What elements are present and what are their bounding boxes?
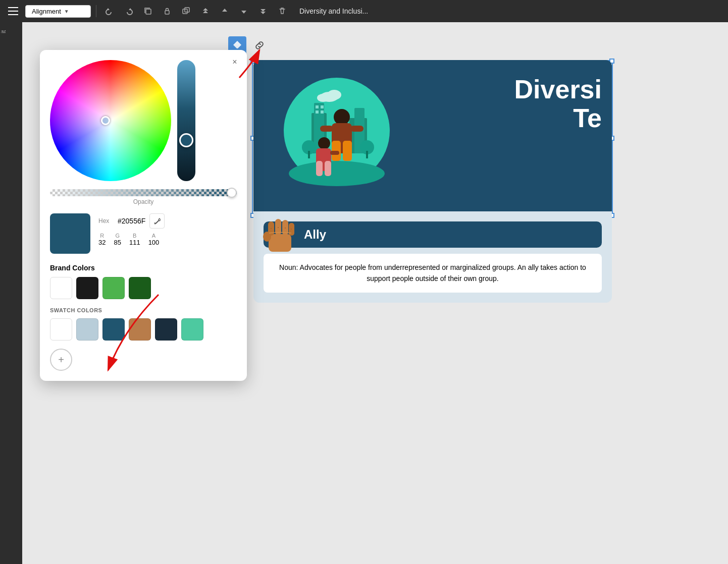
hex-value: #20556F: [118, 217, 145, 225]
slide-top-section: Diversi Te: [253, 60, 612, 211]
r-label: R: [100, 233, 104, 239]
copy-button[interactable]: [140, 3, 156, 19]
brand-colors-title: Brand Colors: [50, 264, 237, 272]
svg-point-19: [334, 109, 350, 125]
brightness-slider[interactable]: [177, 60, 195, 181]
color-wheel[interactable]: [50, 60, 171, 181]
a-col: A 100: [148, 233, 160, 246]
opacity-handle: [227, 188, 237, 198]
lock-button[interactable]: [159, 3, 175, 19]
undo-button[interactable]: [101, 3, 118, 19]
hex-label: Hex: [98, 217, 114, 224]
slide-illustration: [284, 73, 390, 191]
g-col: G 85: [114, 233, 121, 246]
svg-point-31: [327, 90, 341, 100]
a-label: A: [152, 233, 155, 239]
swatch-white[interactable]: [50, 318, 72, 341]
b-value: 111: [129, 239, 140, 246]
brand-swatch-black[interactable]: [76, 277, 98, 299]
color-wheel-container: [50, 60, 237, 181]
swatch-dark-navy[interactable]: [155, 318, 177, 341]
close-button[interactable]: ×: [229, 56, 241, 68]
svg-rect-22: [343, 141, 352, 161]
svg-point-32: [317, 94, 329, 102]
swatch-brown[interactable]: [129, 318, 151, 341]
swatch-colors-row: [50, 318, 237, 341]
color-info-row: Hex #20556F R 32 G: [50, 213, 237, 254]
svg-rect-0: [146, 9, 151, 14]
move-down-button[interactable]: [236, 3, 252, 19]
svg-rect-29: [330, 151, 339, 155]
redo-button[interactable]: [121, 3, 137, 19]
color-preview: [50, 213, 90, 254]
brand-swatch-dark-green[interactable]: [129, 277, 151, 299]
g-value: 85: [114, 239, 121, 246]
svg-rect-17: [366, 151, 368, 158]
brightness-handle: [179, 133, 193, 147]
wheel-cursor: [101, 116, 110, 125]
swatch-light-blue[interactable]: [76, 318, 98, 341]
opacity-slider[interactable]: [50, 189, 237, 196]
svg-rect-33: [269, 234, 291, 252]
slide-title-area: Diversi Te: [514, 75, 602, 133]
swatch-teal[interactable]: [102, 318, 125, 341]
svg-rect-10: [316, 105, 319, 108]
slide-title-line2: Te: [514, 104, 602, 133]
svg-rect-16: [308, 151, 310, 158]
menu-line-2: [8, 11, 18, 12]
sidebar-label: it: [0, 22, 22, 41]
svg-rect-27: [316, 161, 323, 176]
slide: Diversi Te: [253, 60, 612, 303]
fist-illustration: [261, 214, 299, 256]
alignment-label: Alignment: [32, 8, 61, 15]
svg-point-25: [318, 137, 330, 149]
svg-rect-11: [321, 105, 324, 108]
brand-swatch-green[interactable]: [102, 277, 125, 299]
swatch-mint[interactable]: [181, 318, 203, 341]
chevron-down-icon: ▼: [64, 9, 69, 14]
link-button[interactable]: [250, 36, 269, 54]
brand-swatch-white[interactable]: [50, 277, 72, 299]
alignment-dropdown[interactable]: Alignment ▼: [25, 5, 91, 18]
slide-bottom-section: Ally Noun: Advocates for people from und…: [253, 211, 612, 303]
menu-line-3: [8, 14, 18, 15]
move-up-button[interactable]: [217, 3, 233, 19]
menu-button[interactable]: [4, 2, 22, 20]
svg-rect-28: [325, 161, 331, 176]
color-picker-panel: × Opacity Hex #2055: [40, 50, 247, 381]
move-bottom-button[interactable]: [255, 3, 271, 19]
b-col: B 111: [129, 233, 140, 246]
r-value: 32: [98, 239, 106, 246]
ally-description: Noun: Advocates for people from underrep…: [264, 254, 602, 293]
delete-button[interactable]: [274, 3, 290, 19]
ally-card: Ally: [264, 221, 602, 248]
slide-title: Diversity and Inclusi...: [299, 7, 368, 15]
svg-rect-23: [320, 126, 333, 132]
ally-description-text: Noun: Advocates for people from underrep…: [279, 263, 586, 283]
color-values: Hex #20556F R 32 G: [98, 213, 237, 246]
eyedropper-button[interactable]: [149, 213, 165, 229]
slide-title-text: Diversi Te: [514, 75, 602, 133]
g-label: G: [115, 233, 120, 239]
svg-rect-13: [321, 110, 324, 114]
duplicate-button[interactable]: [178, 3, 194, 19]
swatch-colors-title: SWATCH COLORS: [50, 307, 237, 313]
svg-point-18: [289, 161, 385, 186]
canvas-area: Diversi Te: [22, 22, 728, 564]
opacity-section: Opacity: [50, 189, 237, 205]
add-swatch-button[interactable]: +: [50, 349, 72, 371]
r-col: R 32: [98, 233, 106, 246]
svg-rect-12: [316, 110, 319, 114]
toolbar-divider-1: [96, 5, 96, 17]
svg-rect-24: [350, 126, 363, 132]
b-label: B: [133, 233, 136, 239]
ally-title: Ally: [304, 228, 326, 242]
move-top-button[interactable]: [197, 3, 214, 19]
rgba-row: R 32 G 85 B 111 A 100: [98, 233, 237, 246]
opacity-label: Opacity: [50, 198, 237, 205]
brand-swatches-row: [50, 277, 237, 299]
left-sidebar: it: [0, 22, 22, 564]
svg-rect-1: [165, 11, 169, 14]
a-value: 100: [148, 239, 160, 246]
menu-line-1: [8, 7, 18, 8]
